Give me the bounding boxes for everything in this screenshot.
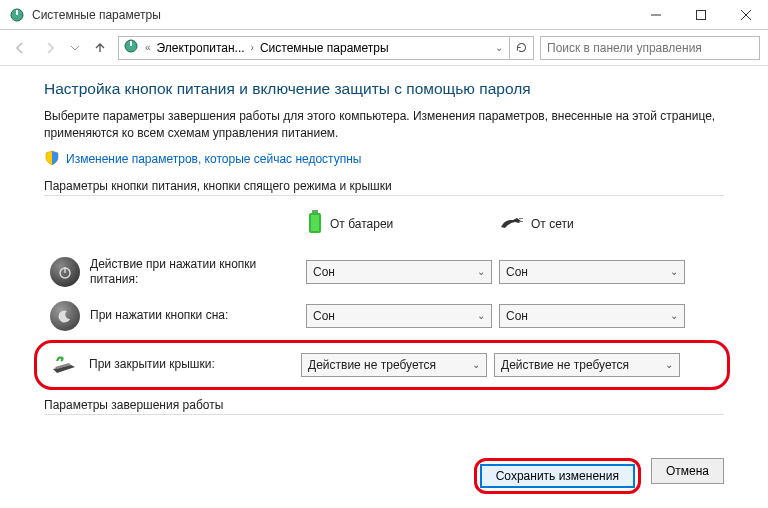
svg-rect-3 bbox=[696, 10, 705, 19]
chevron-right-icon: › bbox=[249, 42, 256, 53]
moon-icon bbox=[50, 301, 80, 331]
dialog-button-bar: Сохранить изменения Отмена bbox=[0, 458, 768, 494]
svg-rect-1 bbox=[16, 10, 18, 15]
combo-value: Действие не требуется bbox=[501, 358, 629, 372]
explorer-navbar: « Электропитан... › Системные параметры … bbox=[0, 30, 768, 66]
section-power-buttons-label: Параметры кнопки питания, кнопки спящего… bbox=[44, 179, 724, 196]
save-button[interactable]: Сохранить изменения bbox=[480, 464, 635, 488]
combo-value: Сон bbox=[313, 309, 335, 323]
page-description: Выберите параметры завершения работы для… bbox=[44, 108, 724, 142]
app-icon bbox=[8, 6, 26, 24]
content-area: Настройка кнопок питания и включение защ… bbox=[0, 66, 768, 415]
up-button[interactable] bbox=[88, 36, 112, 60]
save-button-label: Сохранить изменения bbox=[496, 469, 619, 483]
columns-header: От батареи От сети bbox=[44, 202, 724, 246]
chevron-down-icon: ⌄ bbox=[665, 359, 673, 370]
chevron-down-icon: ⌄ bbox=[670, 266, 678, 277]
shield-icon bbox=[44, 150, 60, 169]
power-ac-combo[interactable]: Сон ⌄ bbox=[499, 260, 685, 284]
row-lid-close: При закрытии крышки: Действие не требует… bbox=[43, 347, 721, 383]
admin-settings-link[interactable]: Изменение параметров, которые сейчас нед… bbox=[66, 152, 362, 166]
combo-value: Действие не требуется bbox=[308, 358, 436, 372]
highlight-lid-row: При закрытии крышки: Действие не требует… bbox=[34, 340, 730, 390]
cancel-button-label: Отмена bbox=[666, 464, 709, 478]
refresh-button[interactable] bbox=[510, 36, 534, 60]
svg-rect-7 bbox=[130, 41, 132, 46]
power-icon bbox=[50, 257, 80, 287]
location-icon bbox=[123, 38, 139, 57]
row-lid-label: При закрытии крышки: bbox=[89, 357, 215, 371]
highlight-save-button: Сохранить изменения bbox=[474, 458, 641, 494]
titlebar: Системные параметры bbox=[0, 0, 768, 30]
row-sleep-label: При нажатии кнопки сна: bbox=[90, 308, 228, 322]
chevron-down-icon: ⌄ bbox=[477, 266, 485, 277]
page-heading: Настройка кнопок питания и включение защ… bbox=[44, 80, 724, 98]
cancel-button[interactable]: Отмена bbox=[651, 458, 724, 484]
forward-button[interactable] bbox=[38, 36, 62, 60]
lid-ac-combo[interactable]: Действие не требуется ⌄ bbox=[494, 353, 680, 377]
row-sleep-button: При нажатии кнопки сна: Сон ⌄ Сон ⌄ bbox=[44, 294, 724, 338]
svg-rect-8 bbox=[312, 210, 318, 213]
row-power-button: Действие при нажатии кнопки питания: Сон… bbox=[44, 250, 724, 294]
row-power-label: Действие при нажатии кнопки питания: bbox=[90, 257, 290, 286]
combo-value: Сон bbox=[506, 265, 528, 279]
battery-icon bbox=[306, 208, 324, 239]
admin-link-row: Изменение параметров, которые сейчас нед… bbox=[44, 150, 724, 169]
lid-battery-combo[interactable]: Действие не требуется ⌄ bbox=[301, 353, 487, 377]
combo-value: Сон bbox=[506, 309, 528, 323]
svg-rect-12 bbox=[519, 221, 523, 222]
breadcrumb-segment[interactable]: Электропитан... bbox=[157, 41, 245, 55]
plug-icon bbox=[499, 213, 525, 234]
back-button[interactable] bbox=[8, 36, 32, 60]
chevron-down-icon[interactable]: ⌄ bbox=[493, 42, 505, 53]
laptop-lid-icon bbox=[49, 353, 79, 377]
sleep-battery-combo[interactable]: Сон ⌄ bbox=[306, 304, 492, 328]
chevron-down-icon: ⌄ bbox=[670, 310, 678, 321]
section-shutdown-label: Параметры завершения работы bbox=[44, 398, 724, 415]
combo-value: Сон bbox=[313, 265, 335, 279]
close-button[interactable] bbox=[723, 0, 768, 30]
battery-column-label: От батареи bbox=[330, 217, 393, 231]
breadcrumb-segment[interactable]: Системные параметры bbox=[260, 41, 389, 55]
sleep-ac-combo[interactable]: Сон ⌄ bbox=[499, 304, 685, 328]
svg-rect-11 bbox=[519, 218, 523, 219]
address-bar[interactable]: « Электропитан... › Системные параметры … bbox=[118, 36, 510, 60]
recent-dropdown-icon[interactable] bbox=[68, 36, 82, 60]
svg-rect-10 bbox=[311, 215, 319, 231]
power-battery-combo[interactable]: Сон ⌄ bbox=[306, 260, 492, 284]
maximize-button[interactable] bbox=[678, 0, 723, 30]
search-input[interactable] bbox=[540, 36, 760, 60]
minimize-button[interactable] bbox=[633, 0, 678, 30]
breadcrumb-prefix: « bbox=[143, 42, 153, 53]
window-title: Системные параметры bbox=[32, 8, 633, 22]
chevron-down-icon: ⌄ bbox=[472, 359, 480, 370]
ac-column-label: От сети bbox=[531, 217, 574, 231]
chevron-down-icon: ⌄ bbox=[477, 310, 485, 321]
